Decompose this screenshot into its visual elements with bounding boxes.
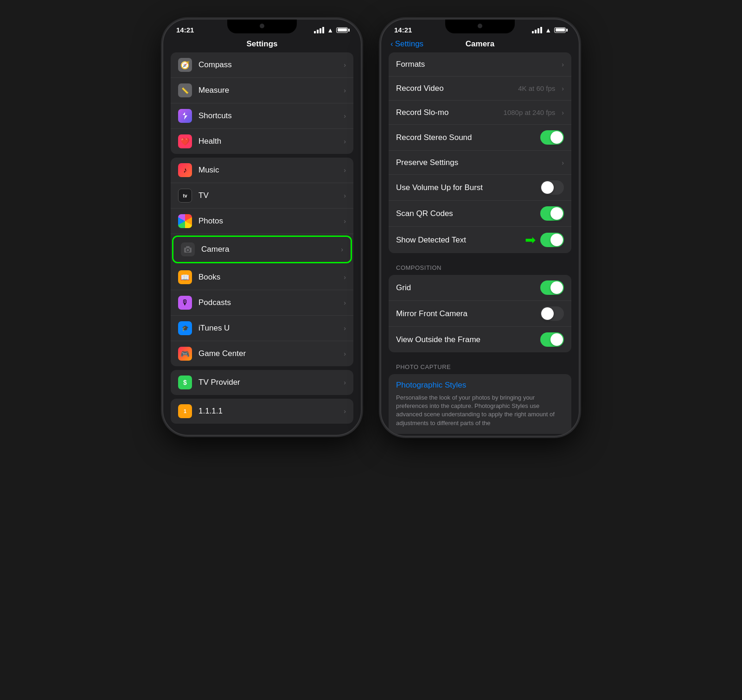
toggle-knob	[541, 307, 554, 320]
settings-item-view-outside: View Outside the Frame	[389, 327, 571, 352]
settings-item-tv[interactable]: tv TV ›	[171, 183, 353, 209]
camera-icon	[181, 242, 195, 256]
settings-item-compass[interactable]: 🧭 Compass ›	[171, 52, 353, 78]
wifi-icon: ▲	[327, 26, 333, 34]
chevron-icon: ›	[344, 407, 346, 415]
toggle-knob	[541, 181, 554, 194]
settings-item-record-slomo[interactable]: Record Slo-mo 1080p at 240 fps ›	[389, 101, 571, 125]
composition-header: COMPOSITION	[389, 257, 571, 275]
volume-burst-label: Use Volume Up for Burst	[396, 183, 540, 192]
compass-label: Compass	[198, 60, 340, 70]
mirror-front-toggle[interactable]	[540, 306, 564, 321]
toggle-knob	[550, 333, 563, 346]
grid-toggle[interactable]	[540, 280, 564, 295]
chevron-icon: ›	[562, 109, 564, 116]
settings-item-grid: Grid	[389, 275, 571, 301]
wifi-icon: ▲	[545, 26, 551, 34]
record-stereo-toggle[interactable]	[540, 130, 564, 145]
show-detected-toggle[interactable]	[540, 233, 564, 247]
chevron-icon: ›	[344, 379, 346, 386]
settings-item-music[interactable]: ♪ Music ›	[171, 158, 353, 183]
phone-camera-settings: 14:21 ▲ ‹ Settings Camera	[380, 19, 580, 437]
settings-item-show-detected: Show Detected Text ➡	[389, 227, 571, 253]
settings-item-record-stereo: Record Stereo Sound	[389, 125, 571, 151]
settings-item-volume-burst: Use Volume Up for Burst	[389, 175, 571, 201]
volume-burst-toggle[interactable]	[540, 180, 564, 195]
photos-icon	[178, 214, 192, 228]
mirror-front-label: Mirror Front Camera	[396, 309, 540, 318]
gamecenter-label: Game Center	[198, 349, 340, 358]
settings-item-shortcuts[interactable]: Shortcuts ›	[171, 103, 353, 129]
preserve-label: Preserve Settings	[396, 158, 558, 167]
group-provider: $ TV Provider ›	[171, 370, 353, 395]
chevron-icon: ›	[344, 299, 346, 306]
signal-strength	[314, 27, 324, 33]
chevron-icon: ›	[344, 192, 346, 199]
phone-settings: 14:21 ▲ Settings 🧭 Compass	[162, 19, 362, 436]
photos-label: Photos	[198, 216, 340, 226]
scan-qr-toggle[interactable]	[540, 206, 564, 221]
app-1111-icon: 1	[178, 404, 192, 418]
itunes-label: iTunes U	[198, 324, 340, 333]
chevron-icon: ›	[344, 87, 346, 94]
measure-label: Measure	[198, 86, 340, 95]
tvprovider-icon: $	[178, 375, 192, 389]
settings-item-tvprovider[interactable]: $ TV Provider ›	[171, 370, 353, 395]
app-1111-label: 1.1.1.1	[198, 407, 340, 416]
measure-icon: 📏	[178, 83, 192, 97]
record-slomo-label: Record Slo-mo	[396, 108, 504, 117]
settings-item-gamecenter[interactable]: 🎮 Game Center ›	[171, 341, 353, 366]
settings-item-itunes[interactable]: 🎓 iTunes U ›	[171, 316, 353, 341]
settings-item-record-video[interactable]: Record Video 4K at 60 fps ›	[389, 76, 571, 101]
shortcuts-label: Shortcuts	[198, 111, 340, 121]
chevron-icon: ›	[344, 61, 346, 69]
group-camera-main: Formats › Record Video 4K at 60 fps › Re…	[389, 52, 571, 253]
show-detected-label: Show Detected Text	[396, 235, 525, 245]
chevron-icon: ›	[562, 159, 564, 166]
formats-label: Formats	[396, 60, 558, 69]
itunes-icon: 🎓	[178, 321, 192, 335]
grid-label: Grid	[396, 283, 540, 293]
settings-item-formats[interactable]: Formats ›	[389, 52, 571, 76]
record-stereo-label: Record Stereo Sound	[396, 133, 540, 142]
status-icons: ▲	[314, 26, 348, 34]
settings-item-health[interactable]: ❤️ Health ›	[171, 129, 353, 154]
photographic-styles-card[interactable]: Photographic Styles Personalise the look…	[389, 374, 571, 434]
settings-item-preserve[interactable]: Preserve Settings ›	[389, 151, 571, 175]
camera-label: Camera	[201, 245, 337, 254]
view-outside-toggle[interactable]	[540, 332, 564, 347]
page-title: Camera	[466, 39, 494, 49]
group-utilities: 🧭 Compass › 📏 Measure › Shortcuts ›	[171, 52, 353, 154]
settings-item-1111[interactable]: 1 1.1.1.1 ›	[171, 399, 353, 424]
photo-capture-header: PHOTO CAPTURE	[389, 356, 571, 374]
record-slomo-value: 1080p at 240 fps	[504, 108, 556, 116]
chevron-icon: ›	[344, 274, 346, 281]
music-label: Music	[198, 165, 340, 175]
settings-item-measure[interactable]: 📏 Measure ›	[171, 78, 353, 103]
books-label: Books	[198, 273, 340, 282]
settings-item-books[interactable]: 📖 Books ›	[171, 265, 353, 290]
tvprovider-label: TV Provider	[198, 378, 340, 387]
back-chevron-icon: ‹	[390, 39, 393, 49]
camera-highlight: Camera ›	[172, 235, 352, 263]
settings-item-photos[interactable]: Photos ›	[171, 209, 353, 234]
chevron-icon: ›	[344, 112, 346, 120]
front-camera	[260, 24, 264, 28]
power-button	[361, 112, 362, 159]
settings-list: 🧭 Compass › 📏 Measure › Shortcuts ›	[163, 52, 361, 427]
nav-bar: ‹ Settings Camera	[381, 38, 579, 52]
chevron-icon: ›	[344, 166, 346, 174]
podcasts-label: Podcasts	[198, 298, 340, 307]
chevron-icon: ›	[562, 85, 564, 92]
svg-point-2	[186, 249, 189, 252]
back-button[interactable]: ‹ Settings	[390, 39, 423, 49]
view-outside-label: View Outside the Frame	[396, 335, 540, 344]
gamecenter-icon: 🎮	[178, 347, 192, 361]
toggle-knob	[550, 131, 563, 144]
settings-item-camera[interactable]: Camera ›	[173, 237, 351, 262]
photographic-styles-description: Personalise the look of your photos by b…	[389, 394, 571, 434]
toggle-knob	[550, 281, 563, 294]
tv-icon: tv	[178, 189, 192, 203]
photographic-styles-title: Photographic Styles	[389, 374, 571, 394]
settings-item-podcasts[interactable]: 🎙 Podcasts ›	[171, 290, 353, 316]
